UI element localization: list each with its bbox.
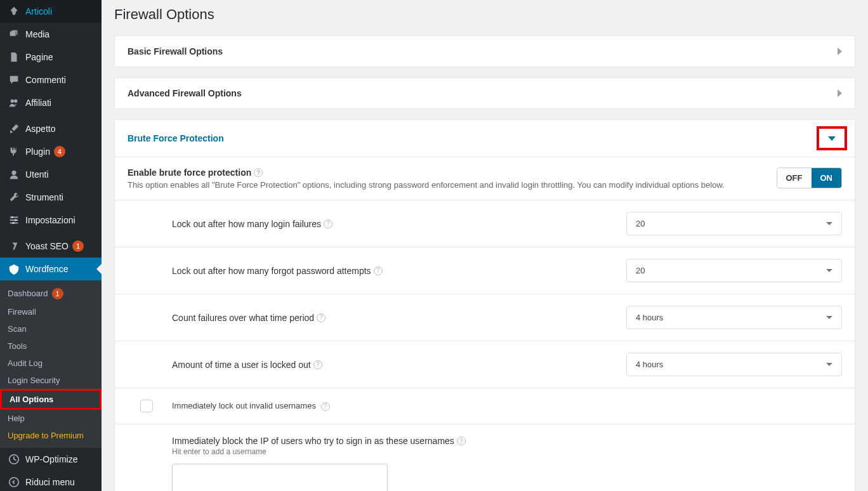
sidebar-item-utenti[interactable]: Utenti [0,163,102,186]
select-value: 4 hours [636,313,663,322]
submenu-item-help[interactable]: Help [0,410,102,427]
sidebar-item-label: Utenti [25,169,49,180]
sidebar-item-pagine[interactable]: Pagine [0,46,102,69]
block-ip-row: Immediately block the IP of users who tr… [115,424,855,491]
sidebar-item-yoast-seo[interactable]: Yoast SEO1 [0,235,102,258]
optimize-icon [8,453,20,466]
help-icon[interactable]: ? [457,436,466,445]
sidebar-item-label: Impostazioni [25,215,76,225]
wrench-icon [8,191,20,204]
invalid-usernames-checkbox[interactable] [140,400,153,412]
panel-header-brute[interactable]: Brute Force Protection [115,120,855,157]
panel-title: Advanced Firewall Options [128,88,242,98]
sidebar-item-label: Media [25,29,49,39]
svg-point-4 [15,219,17,221]
help-icon[interactable]: ? [374,266,383,275]
chevron-right-icon [838,89,842,97]
invalid-usernames-row: Immediately lock out invalid usernames ? [115,388,855,424]
svg-point-1 [14,100,17,103]
submenu-item-scan[interactable]: Scan [0,320,102,337]
submenu-item-tools[interactable]: Tools [0,337,102,355]
enable-description: This option enables all "Brute Force Pro… [128,180,725,190]
media-icon [8,28,20,41]
submenu-item-label: Help [8,414,25,423]
panel-title: Basic Firewall Options [128,46,223,56]
sidebar-item-commenti[interactable]: Commenti [0,69,102,91]
enable-label: Enable brute force protection ? [128,167,263,178]
submenu-item-label: Firewall [8,307,36,317]
sidebar-item-riduci-menu[interactable]: Riduci menu [0,471,102,491]
caret-down-icon [826,316,832,319]
plug-icon [8,145,20,158]
svg-point-3 [11,216,14,219]
admin-sidebar: ArticoliMediaPagineCommentiAffiliatiAspe… [0,0,102,491]
chevron-down-icon [828,136,836,141]
option-select[interactable]: 4 hours [626,353,842,376]
submenu-item-all-options[interactable]: All Options [0,389,102,410]
help-icon[interactable]: ? [317,313,326,322]
sidebar-item-label: Commenti [25,75,66,85]
sidebar-item-aspetto[interactable]: Aspetto [0,117,102,140]
option-row: Lock out after how many forgot password … [115,247,855,294]
sidebar-item-wordfence[interactable]: Wordfence [0,258,102,280]
option-label: Amount of time a user is locked out? [172,360,322,370]
sidebar-item-media[interactable]: Media [0,23,102,46]
select-value: 20 [636,266,645,275]
invalid-usernames-label: Immediately lock out invalid usernames ? [172,401,330,411]
submenu-item-audit-log[interactable]: Audit Log [0,355,102,372]
comment-icon [8,74,20,86]
sidebar-item-articoli[interactable]: Articoli [0,0,102,23]
pin-icon [8,5,20,18]
enable-toggle[interactable]: OFF ON [777,167,843,188]
badge: 4 [54,146,65,157]
option-label: Lock out after how many login failures? [172,219,332,229]
svg-point-7 [10,478,18,487]
submenu-item-firewall[interactable]: Firewall [0,303,102,320]
help-icon[interactable]: ? [321,402,330,411]
sidebar-item-label: Yoast SEO [25,241,69,251]
collapse-icon [8,476,20,488]
sidebar-item-label: Plugin [25,147,50,157]
block-ip-label: Immediately block the IP of users who tr… [172,436,466,446]
expand-highlight-box[interactable] [817,126,847,150]
sidebar-item-impostazioni[interactable]: Impostazioni [0,209,102,232]
sidebar-item-label: WP-Optimize [25,454,77,464]
svg-point-5 [12,222,15,225]
chevron-right-icon [838,48,842,55]
help-icon[interactable]: ? [313,360,322,369]
sidebar-item-label: Pagine [25,52,53,62]
sidebar-item-label: Riduci menu [25,477,75,487]
sidebar-item-affiliati[interactable]: Affiliati [0,91,102,114]
user-icon [8,168,20,181]
submenu-item-label: All Options [10,395,53,404]
option-select[interactable]: 20 [626,212,842,235]
panel-basic-firewall: Basic Firewall Options [114,36,855,67]
panel-header-advanced[interactable]: Advanced Firewall Options [115,78,855,108]
submenu-item-login-security[interactable]: Login Security [0,372,102,389]
toggle-on[interactable]: ON [812,168,842,188]
select-value: 4 hours [636,360,663,369]
panel-header-basic[interactable]: Basic Firewall Options [115,36,855,67]
caret-down-icon [826,363,832,366]
page-title: Firewall Options [114,6,855,23]
caret-down-icon [826,269,832,272]
sidebar-item-plugin[interactable]: Plugin4 [0,140,102,163]
help-icon[interactable]: ? [324,219,332,228]
sidebar-item-wp-optimize[interactable]: WP-Optimize [0,448,102,471]
sliders-icon [8,214,20,226]
submenu-item-label: Upgrade to Premium [8,431,84,440]
toggle-off[interactable]: OFF [777,168,812,188]
option-select[interactable]: 4 hours [626,306,842,329]
submenu-item-dashboard[interactable]: Dashboard1 [0,284,102,303]
sidebar-item-strumenti[interactable]: Strumenti [0,186,102,209]
option-select[interactable]: 20 [626,259,842,282]
sidebar-item-label: Wordfence [25,264,68,274]
submenu-item-upgrade-to-premium[interactable]: Upgrade to Premium [0,427,102,444]
panel-brute-force: Brute Force Protection Enable brute forc… [114,119,855,491]
panel-title: Brute Force Protection [128,133,224,143]
panel-body-brute: Enable brute force protection ? This opt… [115,157,855,491]
caret-down-icon [826,222,832,225]
block-ip-usernames-input[interactable] [172,464,388,491]
option-label: Lock out after how many forgot password … [172,266,383,276]
help-icon[interactable]: ? [254,168,263,177]
